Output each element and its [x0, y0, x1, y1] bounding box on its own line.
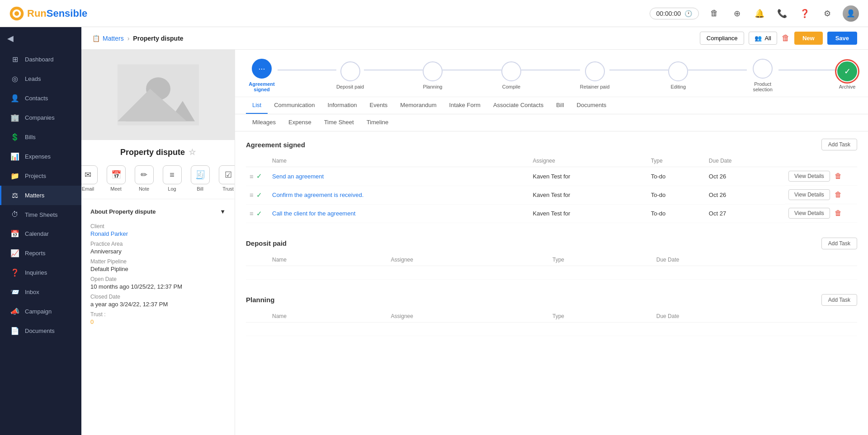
chevron-down-icon: ▼	[220, 208, 226, 215]
task-table-1: NameAssigneeTypeDue Date	[246, 254, 857, 280]
task-name-0-0[interactable]: Send an agreement	[269, 167, 529, 186]
breadcrumb-parent[interactable]: Matters	[103, 35, 124, 42]
action-trust[interactable]: ☑Trust	[219, 165, 236, 192]
sidebar-item-projects[interactable]: 📁Projects	[0, 166, 81, 186]
sidebar-item-bills[interactable]: 💲Bills	[0, 127, 81, 147]
sidebar-item-matters[interactable]: ⚖Matters	[0, 186, 81, 205]
tab-events[interactable]: Events	[363, 97, 394, 114]
tab-associate-contacts[interactable]: Associate Contacts	[487, 97, 550, 114]
task-icons-0-2: ≡ ✓	[246, 204, 269, 223]
add-task-btn-0[interactable]: Add Task	[821, 139, 857, 150]
pipeline-step-archive[interactable]: ✓Archive	[837, 61, 857, 89]
delete-matter-button[interactable]: 🗑	[782, 33, 790, 43]
section-2: Planning Add Task NameAssigneeTypeDue Da…	[235, 287, 868, 343]
user-avatar[interactable]: 👤	[843, 5, 859, 22]
notification-button[interactable]: 🔔	[752, 6, 767, 21]
tab-bill[interactable]: Bill	[550, 97, 570, 114]
tab-intake-form[interactable]: Intake Form	[443, 97, 487, 114]
all-button[interactable]: 👥 All	[749, 32, 777, 45]
tab-timeline[interactable]: Timeline	[360, 114, 395, 131]
sidebar-toggle[interactable]: ◀	[0, 27, 81, 50]
sidebar-item-contacts[interactable]: 👤Contacts	[0, 89, 81, 108]
add-button[interactable]: ⊕	[730, 6, 744, 21]
sidebar-item-leads[interactable]: ◎Leads	[0, 69, 81, 89]
section-title-row-1: Deposit paid Add Task	[246, 238, 857, 249]
view-details-btn-0-2[interactable]: View Details	[788, 208, 830, 219]
delete-task-icon-0-0[interactable]: 🗑	[835, 172, 842, 180]
trash-button[interactable]: 🗑	[707, 6, 722, 21]
tab-time-sheet[interactable]: Time Sheet	[318, 114, 360, 131]
task-row-0-2: ≡ ✓ Call the client for the agreement Ka…	[246, 204, 857, 223]
sidebar-item-campaign[interactable]: 📣Campaign	[0, 302, 81, 321]
phone-button[interactable]: 📞	[775, 6, 789, 21]
pipeline-connector-3	[443, 70, 501, 70]
bill-label: Bill	[197, 186, 203, 192]
add-task-btn-1[interactable]: Add Task	[821, 238, 857, 249]
contacts-icon: 👤	[10, 94, 19, 103]
task-name-0-1[interactable]: Confirm the agreement is received.	[269, 186, 529, 204]
tab-documents[interactable]: Documents	[571, 97, 613, 114]
view-details-btn-0-1[interactable]: View Details	[788, 189, 830, 200]
delete-task-icon-0-2[interactable]: 🗑	[835, 209, 842, 217]
action-email[interactable]: ✉Email	[81, 165, 98, 192]
pipeline-step-deposit-paid[interactable]: Deposit paid	[336, 61, 364, 89]
star-icon[interactable]: ☆	[189, 147, 196, 157]
delete-task-icon-0-1[interactable]: 🗑	[835, 191, 842, 199]
pipeline-step-retainer-paid[interactable]: Retainer paid	[580, 61, 609, 89]
about-header[interactable]: About Property dispute ▼	[90, 204, 226, 220]
task-name-0-2[interactable]: Call the client for the agreement	[269, 204, 529, 223]
tab-list[interactable]: List	[246, 97, 268, 114]
action-meet[interactable]: 📅Meet	[107, 165, 126, 192]
view-details-btn-0-0[interactable]: View Details	[788, 171, 830, 182]
col-2-2: Type	[549, 310, 653, 323]
about-field-2: Matter PipelineDefault Pipline	[90, 258, 226, 272]
new-button[interactable]: New	[794, 32, 823, 45]
pipeline-step-compile[interactable]: Compile	[501, 61, 521, 89]
sidebar-label-calendar: Calendar	[25, 230, 49, 237]
sidebar-item-timesheets[interactable]: ⏱Time Sheets	[0, 205, 81, 224]
sections-container: Agreement signed Add Task NameAssigneeTy…	[235, 131, 868, 343]
field-value-1: Anniversary	[90, 248, 226, 255]
sidebar-item-companies[interactable]: 🏢Companies	[0, 108, 81, 127]
tab-mileages[interactable]: Mileages	[246, 114, 282, 131]
empty-row-2	[246, 322, 857, 336]
action-note[interactable]: ✏Note	[135, 165, 154, 192]
sidebar-item-reports[interactable]: 📈Reports	[0, 243, 81, 263]
step-label-agreement-signed: Agreement signed	[246, 81, 278, 92]
field-value-0[interactable]: Ronald Parker	[90, 230, 226, 237]
action-log[interactable]: ≡Log	[163, 165, 182, 192]
tab-expense[interactable]: Expense	[282, 114, 318, 131]
sidebar-item-inquiries[interactable]: ❓Inquiries	[0, 263, 81, 282]
section-title-0: Agreement signed	[246, 141, 305, 149]
tab-information[interactable]: Information	[321, 97, 363, 114]
sidebar-item-documents[interactable]: 📄Documents	[0, 321, 81, 341]
tab-communication[interactable]: Communication	[268, 97, 321, 114]
pipeline-step-planning[interactable]: Planning	[423, 61, 443, 89]
note-label: Note	[139, 186, 149, 192]
pipeline-connector-7	[778, 70, 837, 70]
pipeline-step-editing[interactable]: Editing	[668, 61, 688, 89]
field-label-4: Closed Date	[90, 294, 226, 300]
save-button[interactable]: Save	[827, 32, 857, 45]
email-label: Email	[82, 186, 94, 192]
documents-icon: 📄	[10, 327, 19, 335]
sidebar-item-inbox[interactable]: 📨Inbox	[0, 282, 81, 302]
leads-icon: ◎	[10, 75, 19, 83]
sidebar-label-contacts: Contacts	[25, 95, 48, 102]
sidebar-item-dashboard[interactable]: ⊞Dashboard	[0, 50, 81, 69]
compliance-button[interactable]: Compliance	[700, 32, 745, 45]
col-actions-1	[817, 254, 857, 266]
settings-button[interactable]: ⚙	[820, 6, 835, 21]
pipeline-step-product-selection[interactable]: Product selection	[747, 59, 778, 92]
timer-box[interactable]: 00:00:00 🕐	[650, 8, 699, 19]
reports-icon: 📈	[10, 249, 19, 257]
help-button[interactable]: ❓	[797, 6, 812, 21]
sidebar-item-calendar[interactable]: 📅Calendar	[0, 224, 81, 243]
bills-icon: 💲	[10, 133, 19, 141]
tab-memorandum[interactable]: Memorandum	[394, 97, 443, 114]
add-task-btn-2[interactable]: Add Task	[821, 294, 857, 306]
action-bill[interactable]: 🧾Bill	[191, 165, 210, 192]
sidebar-item-expenses[interactable]: 📊Expenses	[0, 147, 81, 166]
trust-label: Trust	[222, 186, 234, 192]
pipeline-step-agreement-signed[interactable]: ···Agreement signed	[246, 59, 278, 92]
